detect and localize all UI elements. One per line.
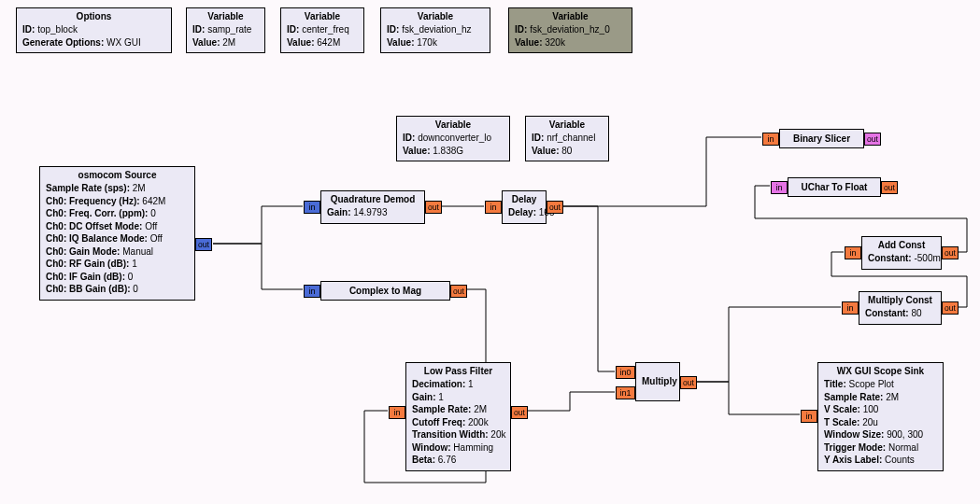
multiply-block[interactable]: Multiply in0 in1 out xyxy=(635,362,680,401)
port-in[interactable]: in xyxy=(304,201,320,214)
port-out[interactable]: out xyxy=(450,285,467,298)
low-pass-filter-block[interactable]: Low Pass Filter Decimation: 1 Gain: 1 Sa… xyxy=(405,362,511,471)
port-in0[interactable]: in0 xyxy=(616,366,635,379)
delay-block[interactable]: Delay Delay: 165 in out xyxy=(502,190,547,224)
port-in[interactable]: in xyxy=(801,410,817,423)
binary-slicer-block[interactable]: Binary Slicer in out xyxy=(779,129,864,148)
uchar-to-float-block[interactable]: UChar To Float in out xyxy=(788,177,881,197)
osmocom-source-block[interactable]: osmocom Source Sample Rate (sps): 2M Ch0… xyxy=(39,166,195,301)
variable-downconverter[interactable]: Variable ID: downconverter_lo Value: 1.8… xyxy=(396,116,510,161)
port-out[interactable]: out xyxy=(547,201,563,214)
port-out[interactable]: out xyxy=(680,376,697,389)
port-in[interactable]: in xyxy=(304,285,320,298)
port-in[interactable]: in xyxy=(485,201,502,214)
multiply-const-block[interactable]: Multiply Const Constant: 80 in out xyxy=(859,291,942,325)
port-out[interactable]: out xyxy=(942,301,959,315)
wx-scope-sink-block[interactable]: WX GUI Scope Sink Title: Scope Plot Samp… xyxy=(817,362,944,471)
port-in[interactable]: in xyxy=(845,246,861,259)
port-out[interactable]: out xyxy=(881,181,898,194)
variable-samp-rate[interactable]: Variable ID: samp_rate Value: 2M xyxy=(186,7,265,53)
variable-fsk-deviation[interactable]: Variable ID: fsk_deviation_hz Value: 170… xyxy=(380,7,490,53)
options-block[interactable]: Options ID: top_block Generate Options: … xyxy=(16,7,172,53)
port-in[interactable]: in xyxy=(771,181,788,194)
port-out[interactable]: out xyxy=(195,238,212,251)
port-out[interactable]: out xyxy=(425,201,442,214)
block-title: Options xyxy=(22,11,165,21)
port-out[interactable]: out xyxy=(864,133,881,146)
variable-center-freq[interactable]: Variable ID: center_freq Value: 642M xyxy=(280,7,364,53)
variable-nrf-channel[interactable]: Variable ID: nrf_channel Value: 80 xyxy=(525,116,609,161)
add-const-block[interactable]: Add Const Constant: -500m in out xyxy=(861,236,942,270)
port-out[interactable]: out xyxy=(942,246,959,259)
complex-to-mag-block[interactable]: Complex to Mag in out xyxy=(320,281,450,301)
port-out[interactable]: out xyxy=(511,406,528,419)
variable-fsk-deviation-0[interactable]: Variable ID: fsk_deviation_hz_0 Value: 3… xyxy=(508,7,632,53)
port-in[interactable]: in xyxy=(389,406,405,419)
port-in1[interactable]: in1 xyxy=(616,386,635,399)
quadrature-demod-block[interactable]: Quadrature Demod Gain: 14.9793 in out xyxy=(320,190,425,224)
port-in[interactable]: in xyxy=(842,301,859,315)
port-in[interactable]: in xyxy=(762,133,779,146)
